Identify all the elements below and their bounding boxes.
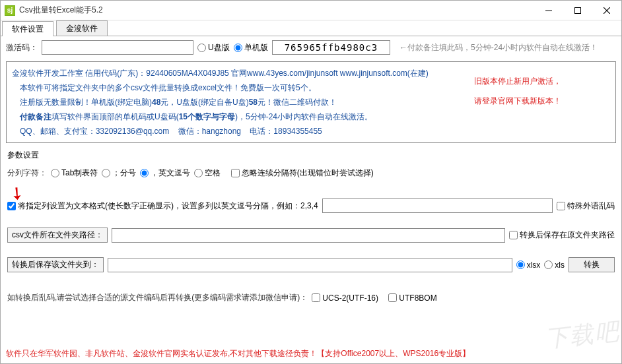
dest-path-row: 转换后保存该文件夹到： xlsx xls 转换 — [1, 255, 621, 275]
minimize-icon — [545, 7, 552, 14]
dest-folder-input[interactable] — [108, 258, 512, 272]
radio-xlsx[interactable]: xlsx — [516, 260, 541, 270]
section-params-label: 参数设置 — [1, 146, 621, 165]
footer-notice: 软件只在华军软件园、非凡软件站、金浚软件官网实名认证发布,不对其他下载途径负责！… — [6, 348, 616, 359]
source-folder-button[interactable]: csv文件所在文件夹路径： — [7, 228, 108, 243]
activation-hint: ←付款备注填此码，5分钟-24小时内软件自动在线激活！ — [399, 42, 598, 53]
tab-software-settings[interactable]: 软件设置 — [2, 21, 53, 36]
app-icon: sj — [5, 5, 15, 16]
tab-bar: 软件设置 金浚软件 — [1, 20, 621, 36]
checkbox-utf8bom[interactable]: UTF8BOM — [388, 293, 436, 303]
text-format-row: 将指定列设置为文本格式(使长数字正确显示)，设置多列以英文逗号分隔，例如：2,3… — [1, 196, 621, 216]
radio-space[interactable]: 空格 — [194, 167, 221, 179]
checkbox-save-same-folder[interactable]: 转换后保存在原文件夹路径 — [509, 229, 615, 241]
titlebar: sj Csv批量转Excel能手5.2 — [1, 1, 621, 20]
window-title: Csv批量转Excel能手5.2 — [19, 5, 534, 16]
minimize-button[interactable] — [534, 1, 563, 20]
checkbox-special-encoding[interactable]: 特殊外语乱码 — [557, 200, 615, 212]
info-right-notice: 旧版本停止新用户激活， 请登录官网下载新版本！ — [471, 66, 610, 138]
encoding-row: 如转换后乱码,请尝试选择合适的源文件编码后再转换(更多编码需求请添加微信申请)：… — [1, 289, 621, 306]
encoding-label: 如转换后乱码,请尝试选择合适的源文件编码后再转换(更多编码需求请添加微信申请)： — [7, 292, 308, 303]
info-box: 金浚软件开发工作室 信用代码(广东)：92440605MA4X049J85 官网… — [6, 61, 616, 143]
text-columns-input[interactable] — [322, 198, 553, 213]
radio-semicolon[interactable]: ；分号 — [102, 167, 136, 179]
delimiter-label: 分列字符： — [7, 167, 47, 179]
radio-xls[interactable]: xls — [544, 260, 565, 270]
delimiter-row: 分列字符： Tab制表符 ；分号 ，英文逗号 空格 忽略连续分隔符(出现错位时尝… — [1, 165, 621, 181]
radio-tab[interactable]: Tab制表符 — [51, 167, 98, 179]
convert-button[interactable]: 转换 — [569, 257, 615, 272]
activation-code-input[interactable] — [42, 40, 193, 55]
source-path-row: csv文件所在文件夹路径： 转换后保存在原文件夹路径 — [1, 225, 621, 245]
checkbox-text-format[interactable]: 将指定列设置为文本格式(使长数字正确显示)，设置多列以英文逗号分隔，例如：2,3… — [7, 200, 318, 212]
source-folder-input[interactable] — [112, 228, 505, 243]
tab-jinjun-software[interactable]: 金浚软件 — [56, 20, 108, 36]
info-left: 金浚软件开发工作室 信用代码(广东)：92440605MA4X049J85 官网… — [12, 66, 471, 138]
maximize-icon — [574, 7, 581, 14]
radio-standalone-version[interactable]: 单机版 — [234, 42, 268, 53]
close-button[interactable] — [592, 1, 621, 20]
maximize-button[interactable] — [563, 1, 592, 20]
checkbox-ucs2[interactable]: UCS-2(UTF-16) — [312, 293, 378, 303]
close-icon — [604, 7, 610, 14]
activation-row: 激活码： U盘版 单机版 765965ffb4980c3 ←付款备注填此码，5分… — [1, 36, 621, 59]
activation-label: 激活码： — [6, 42, 38, 53]
dest-folder-button[interactable]: 转换后保存该文件夹到： — [7, 257, 104, 272]
radio-comma[interactable]: ，英文逗号 — [140, 167, 190, 179]
checkbox-ignore-consecutive[interactable]: 忽略连续分隔符(出现错位时尝试选择) — [231, 167, 374, 179]
radio-usb-version[interactable]: U盘版 — [197, 42, 230, 53]
machine-code-display: 765965ffb4980c3 — [272, 40, 390, 55]
svg-rect-0 — [575, 7, 581, 13]
